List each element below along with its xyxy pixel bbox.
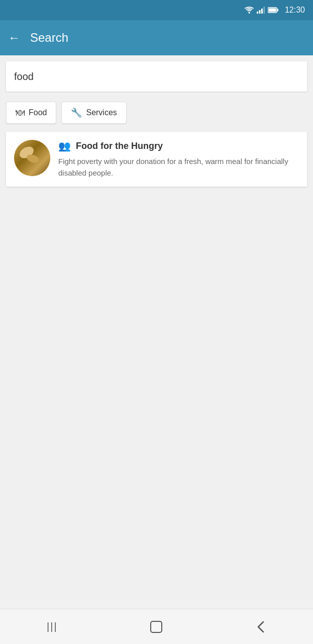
nav-home-button[interactable] <box>141 614 171 639</box>
search-container <box>6 61 307 92</box>
home-icon <box>149 620 163 634</box>
svg-rect-2 <box>259 10 260 14</box>
filter-row: 🍽 Food 🔧 Services <box>0 98 313 128</box>
filter-services-button[interactable]: 🔧 Services <box>61 102 126 124</box>
filter-services-label: Services <box>86 108 117 117</box>
nav-back-button[interactable] <box>246 614 276 639</box>
back-button[interactable]: ← <box>8 31 20 45</box>
result-title: Food for the Hungry <box>76 141 163 151</box>
signal-icon <box>257 7 265 14</box>
results-container: 👥 Food for the Hungry Fight poverty with… <box>6 132 307 187</box>
filter-food-button[interactable]: 🍽 Food <box>6 102 56 124</box>
svg-rect-1 <box>257 12 258 14</box>
result-title-row: 👥 Food for the Hungry <box>58 140 299 152</box>
list-item[interactable]: 👥 Food for the Hungry Fight poverty with… <box>6 132 307 187</box>
svg-point-0 <box>248 12 250 14</box>
menu-icon: ||| <box>47 621 58 632</box>
wifi-icon <box>245 7 254 14</box>
filter-food-label: Food <box>29 108 47 117</box>
services-filter-icon: 🔧 <box>71 107 82 118</box>
result-category-icon: 👥 <box>58 140 71 152</box>
app-bar: ← Search <box>0 20 313 55</box>
page-title: Search <box>30 31 68 45</box>
svg-rect-3 <box>261 9 263 14</box>
status-time: 12:30 <box>285 6 305 15</box>
back-nav-icon <box>255 620 266 634</box>
result-description: Fight poverty with your donation for a f… <box>58 156 299 179</box>
search-input[interactable] <box>14 71 299 83</box>
battery-icon <box>268 7 279 13</box>
avatar-image <box>14 140 50 176</box>
svg-rect-8 <box>151 621 162 632</box>
bottom-nav: ||| <box>0 609 313 644</box>
result-text-block: 👥 Food for the Hungry Fight poverty with… <box>58 140 299 179</box>
svg-rect-4 <box>263 7 265 14</box>
food-filter-icon: 🍽 <box>16 108 25 118</box>
svg-rect-7 <box>268 9 276 12</box>
avatar <box>14 140 50 176</box>
status-bar: 12:30 <box>0 0 313 20</box>
nav-menu-button[interactable]: ||| <box>37 614 67 639</box>
status-icons: 12:30 <box>245 6 305 15</box>
svg-rect-6 <box>277 9 278 12</box>
